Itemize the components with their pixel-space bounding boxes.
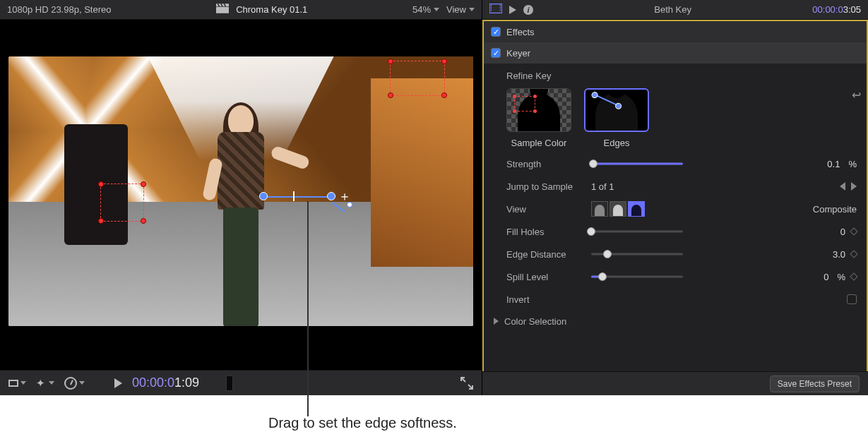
save-effects-preset-button[interactable]: Save Effects Preset	[770, 375, 860, 392]
spill-level-label: Spill Level	[506, 272, 584, 282]
effects-section-header[interactable]: Effects	[484, 21, 867, 42]
callout-line	[307, 201, 309, 416]
spill-level-slider[interactable]	[591, 271, 683, 282]
edges-label: Edges	[604, 138, 630, 148]
effects-checkbox[interactable]	[491, 27, 501, 37]
video-inspector-tab[interactable]	[489, 4, 502, 16]
svg-rect-10	[500, 7, 501, 8]
edge-distance-label: Edge Distance	[506, 249, 584, 260]
color-inspector-tab[interactable]	[509, 6, 516, 14]
transform-tool[interactable]: ✦	[36, 377, 54, 390]
strength-row: Strength 0.1 %	[484, 152, 867, 175]
chevron-down-icon	[469, 8, 475, 11]
reset-icon[interactable]: ↩︎	[852, 88, 861, 102]
foreground-subject	[202, 105, 280, 315]
inspector-title: Beth Key	[540, 4, 805, 15]
strength-slider[interactable]	[591, 158, 683, 169]
svg-rect-9	[500, 5, 501, 6]
svg-rect-6	[491, 5, 492, 6]
inspector-toolbar: i Beth Key 00:00:03:05	[482, 0, 868, 20]
clip-title: Chroma Key 01.1	[236, 4, 307, 15]
jump-label: Jump to Sample	[506, 181, 584, 192]
retime-menu[interactable]	[64, 377, 85, 390]
keyer-effect-header[interactable]: Keyer	[484, 42, 867, 64]
invert-row: Invert	[484, 288, 867, 311]
color-selection-label: Color Selection	[504, 316, 566, 327]
spill-level-row: Spill Level 0 %	[484, 265, 867, 288]
inspector-duration: 00:00:03:05	[812, 4, 861, 16]
keyer-checkbox[interactable]	[491, 48, 501, 58]
invert-label: Invert	[506, 294, 584, 305]
refine-key-label: Refine Key	[506, 71, 584, 81]
sample-color-tool[interactable]	[506, 88, 571, 132]
view-mode-text: Composite	[813, 204, 857, 215]
audio-meter	[226, 375, 233, 391]
sample-color-label: Sample Color	[511, 138, 567, 148]
view-label: View	[506, 204, 584, 215]
view-mode-matte[interactable]	[610, 201, 626, 217]
keyframe-icon[interactable]	[850, 227, 857, 235]
timecode-prefix: 00:00:0	[132, 375, 174, 390]
viewer-toolbar: 1080p HD 23.98p, Stereo Chroma Key 01.1 …	[0, 0, 482, 20]
effects-label: Effects	[506, 27, 535, 37]
info-inspector-tab[interactable]: i	[523, 5, 533, 15]
edge-distance-value[interactable]: 3.0	[803, 249, 845, 260]
keyframe-icon[interactable]	[850, 272, 857, 280]
zoom-value: 54%	[412, 4, 431, 15]
zoom-select[interactable]: 54%	[412, 4, 439, 15]
edge-distance-slider[interactable]	[591, 248, 683, 260]
refine-key-thumbnails: Sample Color Edges ↩︎	[484, 81, 867, 152]
next-sample-button[interactable]	[851, 182, 857, 191]
svg-rect-0	[216, 7, 229, 13]
keyer-label: Keyer	[506, 48, 530, 59]
viewer-panel: 1080p HD 23.98p, Stereo Chroma Key 01.1 …	[0, 0, 482, 395]
fullscreen-button[interactable]	[460, 377, 473, 390]
invert-checkbox[interactable]	[847, 294, 857, 304]
sample-color-rect[interactable]	[100, 184, 144, 222]
edge-distance-row: Edge Distance 3.0	[484, 243, 867, 265]
fill-holes-slider[interactable]	[591, 226, 683, 237]
chevron-down-icon	[434, 8, 439, 11]
view-menu[interactable]: View	[446, 4, 475, 15]
jump-to-sample-row: Jump to Sample 1 of 1	[484, 175, 867, 198]
clip-format: 1080p HD 23.98p, Stereo	[7, 4, 111, 15]
sample-color-rect[interactable]	[390, 61, 445, 96]
play-button[interactable]	[114, 378, 122, 388]
view-row: View Composite	[484, 198, 867, 220]
svg-rect-11	[500, 10, 501, 11]
viewer-timecode[interactable]: 00:00:01:09	[132, 375, 199, 390]
svg-rect-7	[491, 7, 492, 8]
fill-holes-row: Fill Holes 0	[484, 220, 867, 243]
view-mode-buttons	[591, 201, 645, 217]
edges-tool[interactable]	[584, 88, 649, 132]
disclosure-triangle-icon	[494, 318, 499, 325]
timecode-frame: 1:09	[174, 375, 199, 390]
effects-panel: Effects Keyer Refine Key Sample Color	[482, 20, 868, 371]
view-mode-original[interactable]	[591, 201, 608, 217]
caption-text: Drag to set the edge softness.	[0, 395, 868, 438]
svg-rect-8	[491, 10, 492, 11]
view-mode-composite[interactable]	[628, 201, 645, 217]
clapper-icon	[216, 4, 229, 16]
color-selection-disclosure[interactable]: Color Selection	[484, 311, 867, 332]
viewer-canvas[interactable]: ＋	[0, 20, 482, 370]
keyframe-icon[interactable]	[850, 250, 857, 258]
strength-label: Strength	[506, 159, 584, 169]
inspector-panel: i Beth Key 00:00:03:05 Effects Keyer Ref…	[482, 0, 868, 395]
view-label: View	[446, 4, 466, 15]
crop-tool[interactable]	[8, 380, 26, 387]
strength-value[interactable]: 0.1	[797, 159, 840, 169]
prev-sample-button[interactable]	[840, 182, 845, 191]
spill-level-value[interactable]: 0	[786, 272, 828, 282]
fill-holes-label: Fill Holes	[506, 227, 584, 237]
inspector-footer: Save Effects Preset	[482, 371, 868, 395]
video-frame: ＋	[8, 56, 473, 326]
viewer-transport: ✦ 00:00:01:09	[0, 370, 482, 395]
jump-value: 1 of 1	[591, 181, 683, 192]
fill-holes-value[interactable]: 0	[803, 227, 845, 237]
